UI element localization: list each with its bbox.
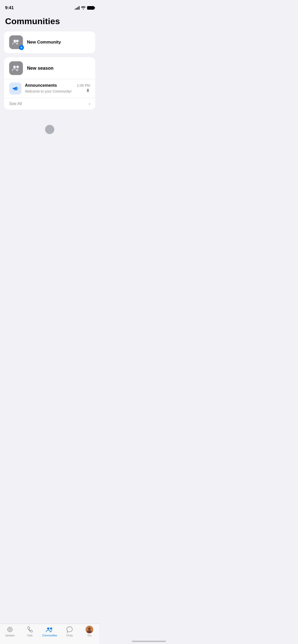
wifi-icon [81,6,86,10]
megaphone-icon [12,85,19,92]
chevron-right-icon: › [89,101,90,106]
battery-icon [87,6,94,10]
announcements-channel-row[interactable]: Announcements 1:06 PM Welcome to your Co… [4,79,95,98]
status-time: 9:41 [5,5,14,10]
new-community-row[interactable]: + New Community [4,31,95,53]
announcements-icon [9,82,21,95]
status-bar: 9:41 [0,0,99,12]
channel-name: Announcements [25,83,57,88]
plus-badge: + [19,45,24,50]
svg-point-1 [16,40,19,42]
channel-top: Announcements 1:06 PM [25,83,90,88]
svg-point-0 [13,40,16,42]
new-community-icon: + [9,35,23,49]
loading-indicator [45,125,54,134]
community-icon [9,61,23,75]
status-icons [75,6,94,10]
pin-icon [86,89,90,94]
community-card: New season Announcements 1:06 PM Welcome… [4,57,95,110]
see-all-row[interactable]: See All › [4,98,95,110]
channel-preview: Welcome to your Community! [25,89,72,93]
community-people-icon [12,65,20,72]
see-all-label: See All [9,101,22,106]
page-title: Communities [0,12,99,31]
community-header-row[interactable]: New season [4,57,95,79]
svg-point-3 [16,66,19,68]
new-community-label: New Community [27,40,61,45]
channel-time: 1:06 PM [77,83,90,87]
channel-bottom: Welcome to your Community! [25,89,90,94]
community-name: New season [27,66,53,71]
channel-info: Announcements 1:06 PM Welcome to your Co… [25,83,90,94]
new-community-card[interactable]: + New Community [4,31,95,53]
svg-point-2 [13,66,16,68]
signal-icon [75,6,79,10]
group-people-icon [12,38,20,46]
